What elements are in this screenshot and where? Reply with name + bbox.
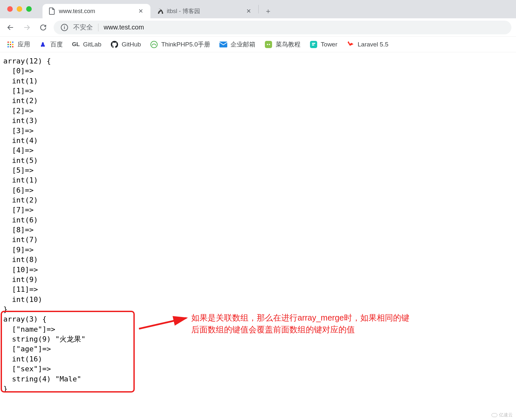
- cnblogs-icon: [156, 8, 163, 14]
- separator: [98, 24, 98, 31]
- close-tab-button[interactable]: ✕: [137, 6, 145, 16]
- svg-rect-5: [12, 44, 13, 45]
- bookmark-mail[interactable]: 企业邮箱: [219, 40, 255, 49]
- runoob-icon: [265, 41, 272, 48]
- bookmark-tower[interactable]: Tower: [310, 41, 337, 48]
- new-tab-button[interactable]: ＋: [262, 5, 274, 17]
- watermark: 亿速云: [491, 412, 513, 418]
- site-info-icon[interactable]: i: [61, 24, 68, 31]
- svg-rect-6: [8, 46, 9, 47]
- svg-rect-4: [10, 44, 11, 45]
- window-minimize-button[interactable]: [17, 6, 22, 12]
- bookmark-thinkphp[interactable]: ThinkPHP5.0手册: [150, 40, 210, 49]
- svg-rect-2: [12, 42, 13, 43]
- tab-divider: [258, 5, 259, 13]
- tab-title: itbsl - 博客园: [167, 7, 242, 15]
- tab-title: www.test.com: [59, 8, 134, 15]
- annotation-arrow-icon: [137, 314, 190, 334]
- gitlab-text-icon: GL: [72, 41, 80, 48]
- bookmark-baidu[interactable]: 百度: [39, 40, 63, 49]
- bookmark-label: 菜鸟教程: [276, 40, 301, 49]
- forward-button[interactable]: [21, 22, 33, 33]
- bookmark-github[interactable]: GitHub: [111, 41, 141, 48]
- bookmark-label: 企业邮箱: [231, 40, 255, 49]
- tower-icon: [310, 41, 318, 48]
- tab-strip: www.test.com ✕ itbsl - 博客园 ✕ ＋: [0, 0, 516, 18]
- annotation-line: 后面数组的键值会覆盖前面数组的键对应的值: [191, 325, 355, 334]
- svg-rect-11: [265, 41, 272, 48]
- url-text: www.test.com: [104, 24, 144, 31]
- bookmark-label: Tower: [321, 41, 337, 48]
- svg-rect-16: [312, 44, 314, 45]
- bookmark-gitlab[interactable]: GL GitLab: [72, 41, 101, 48]
- close-tab-button[interactable]: ✕: [245, 6, 252, 16]
- window-controls: [7, 6, 32, 12]
- watermark-text: 亿速云: [499, 412, 513, 418]
- bookmark-label: GitHub: [122, 41, 141, 48]
- laravel-icon: [347, 41, 354, 48]
- page-icon: [48, 8, 56, 15]
- svg-rect-1: [10, 42, 11, 43]
- bookmark-label: Laravel 5.5: [358, 41, 388, 48]
- reload-button[interactable]: [37, 22, 49, 33]
- browser-toolbar: i 不安全 www.test.com: [0, 18, 516, 37]
- bookmark-runoob[interactable]: 菜鸟教程: [265, 40, 301, 49]
- bookmark-label: ThinkPHP5.0手册: [161, 40, 210, 49]
- bookmark-label: 应用: [18, 40, 30, 49]
- bookmarks-bar: 应用 百度 GL GitLab GitHub ThinkPHP5.0手册 企业邮…: [0, 37, 516, 52]
- address-bar[interactable]: i 不安全 www.test.com: [54, 21, 511, 34]
- cloud-icon: [491, 413, 497, 417]
- svg-rect-0: [8, 42, 9, 43]
- annotation-text: 如果是关联数组，那么在进行array_merge时，如果相同的键 后面数组的键值…: [191, 312, 440, 336]
- baidu-icon: [39, 41, 47, 48]
- svg-rect-15: [312, 43, 315, 44]
- svg-point-13: [269, 44, 270, 45]
- thinkphp-icon: [150, 41, 158, 48]
- svg-rect-7: [10, 46, 11, 47]
- svg-point-12: [267, 44, 268, 45]
- svg-line-17: [139, 318, 186, 329]
- window-close-button[interactable]: [7, 6, 13, 12]
- window-maximize-button[interactable]: [26, 6, 32, 12]
- annotation-line: 如果是关联数组，那么在进行array_merge时，如果相同的键: [191, 313, 409, 322]
- browser-tab[interactable]: itbsl - 博客园 ✕: [150, 4, 258, 18]
- browser-tab-active[interactable]: www.test.com ✕: [43, 4, 150, 18]
- back-button[interactable]: [5, 22, 16, 33]
- page-content: array(12) { [0]=> int(1) [1]=> int(2) [2…: [0, 52, 516, 420]
- bookmark-label: GitLab: [83, 41, 101, 48]
- bookmark-apps[interactable]: 应用: [7, 40, 30, 49]
- security-label: 不安全: [73, 23, 93, 32]
- svg-rect-3: [8, 44, 9, 45]
- mail-icon: [219, 41, 227, 48]
- bookmark-label: 百度: [50, 40, 63, 49]
- svg-point-9: [151, 41, 157, 48]
- svg-rect-8: [12, 46, 13, 47]
- bookmark-laravel[interactable]: Laravel 5.5: [347, 41, 388, 48]
- annotation-box: [1, 311, 135, 393]
- github-icon: [111, 41, 118, 48]
- apps-grid-icon: [7, 41, 14, 48]
